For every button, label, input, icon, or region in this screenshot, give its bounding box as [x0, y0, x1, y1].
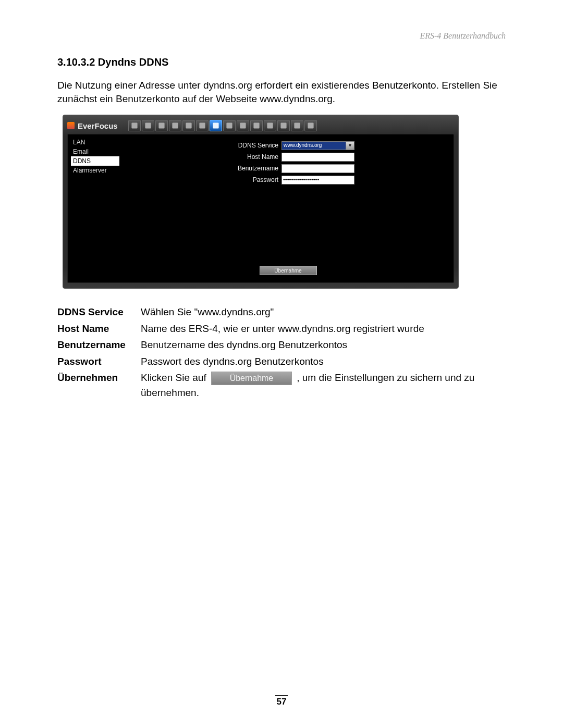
desc-row: DDNS ServiceWählen Sie "www.dyndns.org" — [57, 304, 511, 319]
grid-icon[interactable] — [169, 120, 181, 131]
doc-header: ERS-4 Benutzerhandbuch — [57, 31, 511, 41]
svg-rect-13 — [308, 123, 313, 129]
app-screenshot: EverFocus LANEmailDDNSAlarmserver DDNS S… — [63, 115, 459, 289]
desc-row: BenutzernameBenutzername des dyndns.org … — [57, 337, 511, 352]
brand-logo: EverFocus — [67, 121, 118, 130]
gear-icon[interactable] — [264, 120, 276, 131]
desc-label: DDNS Service — [57, 304, 141, 319]
gauge-icon[interactable] — [250, 120, 263, 131]
desc-row: Host NameName des ERS-4, wie er unter ww… — [57, 321, 511, 336]
svg-rect-3 — [172, 123, 178, 129]
desc-value: Passwort des dyndns.org Benutzerkontos — [141, 354, 511, 369]
chevron-down-icon[interactable]: ▼ — [346, 141, 354, 150]
minus-icon[interactable] — [196, 120, 209, 131]
svg-rect-1 — [145, 123, 151, 129]
desc-apply-text: Klicken Sie auf Übernahme , um die Einst… — [141, 370, 511, 401]
svg-rect-11 — [280, 123, 286, 129]
section-heading: 3.10.3.2 Dyndns DDNS — [57, 56, 511, 68]
desc-value: Benutzername des dyndns.org Benutzerkont… — [141, 337, 511, 352]
sidebar: LANEmailDDNSAlarmserver — [68, 134, 123, 282]
brush-icon[interactable] — [142, 120, 154, 131]
svg-rect-8 — [240, 123, 246, 129]
svg-rect-12 — [294, 123, 300, 129]
monitor-icon[interactable] — [237, 120, 249, 131]
sidebar-item-lan[interactable]: LAN — [71, 138, 119, 147]
svg-rect-5 — [199, 123, 205, 129]
description-table: DDNS ServiceWählen Sie "www.dyndns.org"H… — [57, 304, 511, 401]
desc-row: PasswortPasswort des dyndns.org Benutzer… — [57, 354, 511, 369]
svg-rect-10 — [267, 123, 273, 129]
host-name-label: Host Name — [247, 153, 278, 161]
svg-rect-4 — [186, 123, 191, 129]
desc-label: Passwort — [57, 354, 141, 369]
password-input[interactable]: •••••••••••••••••• — [282, 176, 354, 184]
brand-text: EverFocus — [78, 121, 118, 130]
apply-button[interactable]: Übernahme — [260, 266, 317, 275]
camera-icon[interactable] — [223, 120, 236, 131]
network-icon[interactable] — [210, 120, 222, 131]
disk-icon[interactable] — [291, 120, 303, 131]
desc-value: Wählen Sie "www.dyndns.org" — [141, 304, 511, 319]
svg-rect-6 — [213, 123, 218, 129]
username-label: Benutzername — [238, 165, 278, 172]
svg-rect-0 — [131, 123, 137, 129]
svg-rect-9 — [253, 123, 259, 129]
ddns-service-value: www.dyndns.org — [282, 141, 346, 150]
toolbar — [128, 120, 317, 131]
host-name-input[interactable] — [282, 153, 354, 162]
page-number: 57 — [275, 695, 288, 707]
keyboard-icon[interactable] — [128, 120, 141, 131]
search-icon[interactable] — [304, 120, 317, 131]
ddns-service-label: DDNS Service — [238, 142, 278, 149]
inline-apply-button: Übernahme — [211, 372, 292, 385]
section-paragraph: Die Nutzung einer Adresse unter dyndns.o… — [57, 79, 511, 105]
svg-rect-7 — [226, 123, 232, 129]
ddns-service-select[interactable]: www.dyndns.org ▼ — [282, 141, 354, 150]
desc-apply-label: Übernehmen — [57, 370, 141, 401]
bell-icon[interactable] — [182, 120, 195, 131]
svg-rect-2 — [158, 123, 164, 129]
sidebar-item-alarmserver[interactable]: Alarmserver — [71, 166, 119, 175]
desc-value: Name des ERS-4, wie er unter www.dyndns.… — [141, 321, 511, 336]
form-area: DDNS Service www.dyndns.org ▼ Host Name … — [123, 134, 454, 282]
desc-label: Benutzername — [57, 337, 141, 352]
desc-label: Host Name — [57, 321, 141, 336]
sidebar-item-email[interactable]: Email — [71, 147, 119, 156]
sidebar-item-ddns[interactable]: DDNS — [71, 156, 119, 166]
brand-mark-icon — [67, 122, 75, 129]
username-input[interactable] — [282, 164, 354, 173]
password-label: Passwort — [253, 176, 278, 183]
arrows-icon[interactable] — [155, 120, 168, 131]
info-icon[interactable] — [277, 120, 290, 131]
desc-apply-pre: Klicken Sie auf — [141, 372, 209, 383]
